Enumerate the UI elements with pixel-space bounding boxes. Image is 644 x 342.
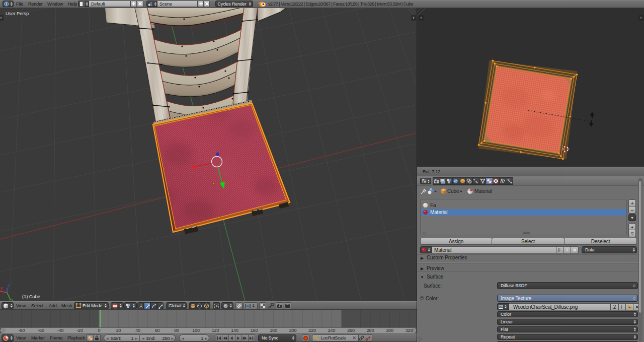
svg-text:-80: -80 <box>19 328 25 333</box>
svg-text:220: 220 <box>308 328 316 333</box>
svg-text:120: 120 <box>212 328 219 333</box>
svg-text:300: 300 <box>386 328 393 333</box>
svg-text:-60: -60 <box>38 328 44 333</box>
svg-text:140: 140 <box>231 328 238 333</box>
svg-text:320: 320 <box>406 328 413 333</box>
svg-text:180: 180 <box>270 328 277 333</box>
svg-text:100: 100 <box>192 328 200 333</box>
svg-text:y: y <box>11 297 14 301</box>
svg-text:0: 0 <box>98 328 101 333</box>
svg-text:20: 20 <box>116 328 121 333</box>
svg-text:40: 40 <box>135 328 140 333</box>
svg-text:60: 60 <box>155 328 160 333</box>
svg-text:x: x <box>1 286 3 291</box>
svg-text:User Persp: User Persp <box>6 11 29 16</box>
svg-text:240: 240 <box>328 328 336 333</box>
svg-text:260: 260 <box>347 328 355 333</box>
svg-text:z: z <box>8 283 10 288</box>
svg-text:(1) Cube: (1) Cube <box>22 294 40 299</box>
svg-text:280: 280 <box>367 328 374 333</box>
svg-text:-20: -20 <box>76 328 83 333</box>
svg-text:160: 160 <box>251 328 258 333</box>
svg-text:200: 200 <box>289 328 297 333</box>
svg-text:-40: -40 <box>57 328 64 333</box>
svg-text:80: 80 <box>174 328 179 333</box>
